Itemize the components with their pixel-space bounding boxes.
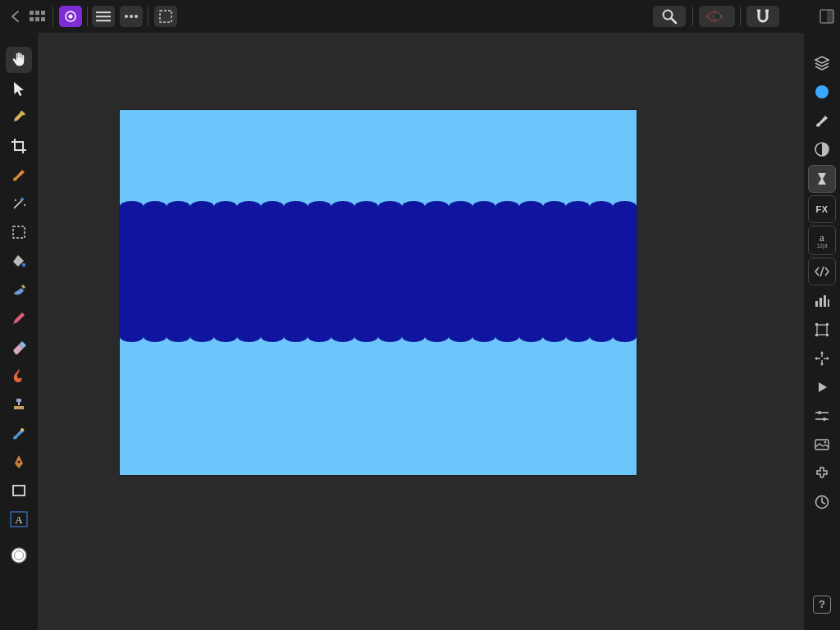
rectangular-marquee-tool[interactable] [6, 219, 32, 245]
svg-point-49 [823, 418, 826, 421]
effects-panel-icon: FX [815, 204, 828, 214]
erase-brush-tool[interactable] [6, 334, 32, 360]
brushes-panel-icon [813, 112, 831, 130]
artistic-text-tool-icon: A [10, 511, 28, 527]
hand-tool[interactable] [6, 47, 32, 73]
svg-point-51 [824, 441, 827, 444]
adjustments-panel-button[interactable] [809, 136, 835, 162]
stamp-tool-icon [11, 396, 27, 413]
text-panel-button[interactable]: a 12pt [808, 226, 836, 255]
snapping-button[interactable] [746, 6, 779, 27]
svg-rect-1 [35, 11, 39, 15]
flood-fill-tool[interactable] [6, 248, 32, 274]
colour-panel-button[interactable] [809, 79, 835, 105]
back-icon [9, 9, 24, 24]
rectangle-shape-tool[interactable] [6, 477, 32, 504]
effects-panel-button[interactable]: FX [808, 195, 836, 223]
svg-rect-29 [13, 486, 25, 495]
paint-mixer-brush-tool[interactable] [6, 420, 32, 446]
separator [52, 7, 53, 26]
magnet-icon [755, 8, 771, 25]
liquify-tool[interactable] [6, 363, 32, 389]
stock-panel-icon [815, 171, 829, 186]
brushes-panel-button[interactable] [809, 107, 835, 134]
svg-rect-22 [827, 10, 833, 23]
pixel-tool[interactable] [6, 305, 32, 331]
history-panel-icon [814, 494, 830, 510]
crop-tool-icon [11, 138, 27, 154]
channels-panel-button[interactable] [809, 288, 835, 314]
gallery-button[interactable] [26, 6, 49, 27]
adjustments-panel-icon [813, 140, 831, 158]
smudge-brush-tool[interactable] [6, 276, 32, 303]
history-panel-button[interactable] [809, 489, 835, 515]
pen-tool[interactable] [6, 449, 32, 475]
svg-point-12 [130, 15, 133, 18]
paint-brush-tool[interactable] [6, 162, 32, 188]
svg-rect-42 [815, 323, 818, 326]
edit-menu-button[interactable] [120, 6, 143, 27]
svg-rect-5 [41, 17, 45, 21]
svg-point-11 [125, 15, 128, 18]
svg-point-24 [24, 204, 25, 206]
live-filters-panel-icon [814, 409, 830, 422]
quick-mask-icon [705, 9, 728, 24]
flame-tool-icon [11, 368, 27, 384]
svg-point-13 [135, 15, 138, 18]
rectangular-marquee-tool-icon [11, 224, 27, 240]
move-tool[interactable] [6, 75, 32, 102]
svg-rect-41 [817, 325, 827, 335]
crop-tool[interactable] [6, 133, 32, 159]
clone-brush-tool[interactable] [6, 391, 32, 418]
menu-icon [96, 11, 111, 22]
color-picker-tool[interactable] [6, 104, 32, 130]
assets-panel-button[interactable] [809, 431, 835, 458]
canvas-viewport[interactable] [38, 33, 804, 630]
addons-panel-icon [814, 465, 830, 482]
band-bottom-scallop [120, 331, 637, 342]
stock-panel-button[interactable] [808, 165, 836, 193]
help-button[interactable]: ? [809, 591, 835, 618]
transform-panel-button[interactable] [809, 317, 835, 343]
sources-panel-button[interactable] [808, 258, 836, 285]
layers-panel-button[interactable] [809, 50, 835, 76]
svg-rect-10 [96, 20, 111, 21]
svg-rect-25 [13, 226, 25, 238]
svg-point-28 [17, 460, 20, 463]
addons-panel-button[interactable] [809, 460, 835, 486]
assets-panel-icon [814, 438, 830, 451]
band-top-scallop [120, 201, 637, 212]
artistic-text-tool[interactable]: A [6, 506, 32, 532]
color-swatch-tool[interactable] [6, 542, 32, 568]
navigator-panel-button[interactable] [809, 345, 835, 372]
pointer-tool-icon [11, 80, 27, 97]
svg-point-7 [69, 15, 73, 19]
fullscreen-toggle-button[interactable] [815, 6, 838, 27]
hand-tool-icon [10, 51, 28, 69]
quick-mask-button[interactable] [699, 6, 735, 27]
left-tool-strip: A [0, 33, 38, 630]
separator [692, 7, 693, 26]
back-button[interactable] [5, 6, 28, 27]
svg-point-18 [714, 13, 721, 21]
magic-wand-tool-icon [11, 195, 27, 212]
live-filters-panel-button[interactable] [809, 403, 835, 429]
zoom-button[interactable] [653, 6, 686, 27]
help-icon: ? [813, 596, 831, 614]
paint-brush-tool-icon [11, 167, 27, 183]
svg-rect-43 [826, 323, 829, 326]
eyedropper-tool-icon [11, 109, 27, 126]
document-menu-button[interactable] [92, 6, 115, 27]
paint-mixer-brush-icon [11, 425, 27, 441]
svg-rect-45 [826, 334, 829, 336]
macro-panel-button[interactable] [809, 374, 835, 400]
selection-brush-tool[interactable] [6, 190, 32, 217]
svg-point-27 [21, 428, 24, 431]
channels-panel-icon [814, 294, 830, 308]
photo-persona-icon [63, 9, 78, 24]
marquee-toggle-button[interactable] [154, 6, 177, 27]
svg-text:A: A [15, 514, 23, 526]
photo-persona-button[interactable] [59, 6, 82, 27]
canvas-band-shape [120, 207, 637, 336]
document-canvas[interactable] [120, 110, 637, 475]
